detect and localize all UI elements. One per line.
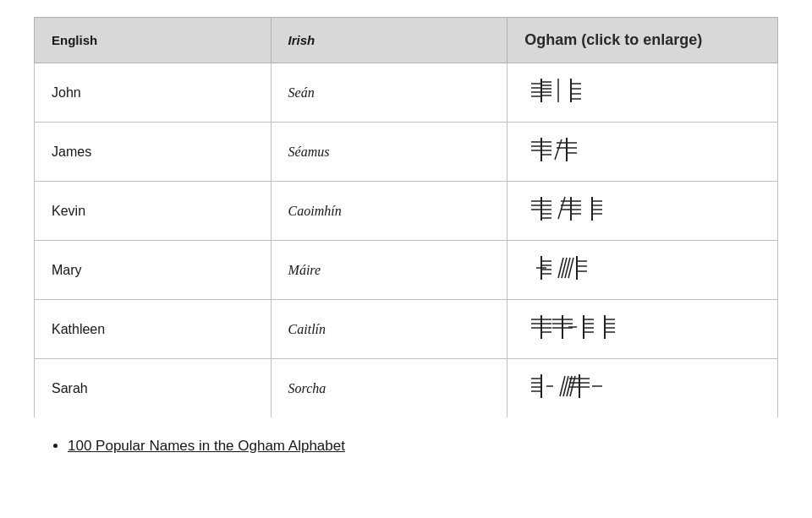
header-ogham-text: Ogham (click to enlarge) xyxy=(524,31,702,48)
cell-irish-3: Máire xyxy=(271,241,508,300)
cell-irish-1: Séamus xyxy=(271,123,508,182)
ogham-svg-mary xyxy=(524,253,677,283)
cell-irish-5: Sorcha xyxy=(271,359,508,418)
table-row: SarahSorcha xyxy=(35,359,778,418)
ogham-svg-kevin xyxy=(524,194,694,224)
ogham-svg-james xyxy=(524,134,660,165)
cell-english-1: James xyxy=(35,123,272,182)
cell-ogham-0[interactable] xyxy=(508,63,778,123)
header-irish: Irish xyxy=(271,18,508,63)
ogham-svg-sarah xyxy=(524,371,685,401)
header-ogham: Ogham (click to enlarge) xyxy=(508,18,778,63)
header-english: English xyxy=(35,18,272,63)
cell-irish-4: Caitlín xyxy=(271,300,508,359)
table-header-row: English Irish Ogham (click to enlarge) xyxy=(35,18,778,63)
cell-ogham-5[interactable] xyxy=(508,359,778,418)
cell-irish-2: Caoimhín xyxy=(271,182,508,241)
cell-ogham-3[interactable] xyxy=(508,241,778,300)
cell-english-0: John xyxy=(35,63,272,123)
ogham-svg-kathleen xyxy=(524,312,702,342)
names-link[interactable]: 100 Popular Names in the Ogham Alphabet xyxy=(68,438,345,454)
list-item-names-link: 100 Popular Names in the Ogham Alphabet xyxy=(68,438,778,455)
names-table: English Irish Ogham (click to enlarge) J… xyxy=(34,17,778,417)
table-row: MaryMáire xyxy=(35,241,778,300)
table-row: JamesSéamus xyxy=(35,123,778,182)
cell-ogham-1[interactable] xyxy=(508,123,778,182)
cell-irish-0: Seán xyxy=(271,63,508,123)
table-row: KevinCaoimhín xyxy=(35,182,778,241)
cell-english-2: Kevin xyxy=(35,182,272,241)
cell-ogham-2[interactable] xyxy=(508,182,778,241)
bottom-list: 100 Popular Names in the Ogham Alphabet xyxy=(34,438,778,455)
table-container: English Irish Ogham (click to enlarge) J… xyxy=(34,17,778,417)
cell-english-3: Mary xyxy=(35,241,272,300)
svg-line-40 xyxy=(558,197,565,219)
cell-ogham-4[interactable] xyxy=(508,300,778,359)
table-row: KathleenCaitlín xyxy=(35,300,778,359)
table-row: JohnSeán xyxy=(35,63,778,123)
ogham-svg-john xyxy=(524,75,660,106)
cell-english-4: Kathleen xyxy=(35,300,272,359)
cell-english-5: Sarah xyxy=(35,359,272,418)
